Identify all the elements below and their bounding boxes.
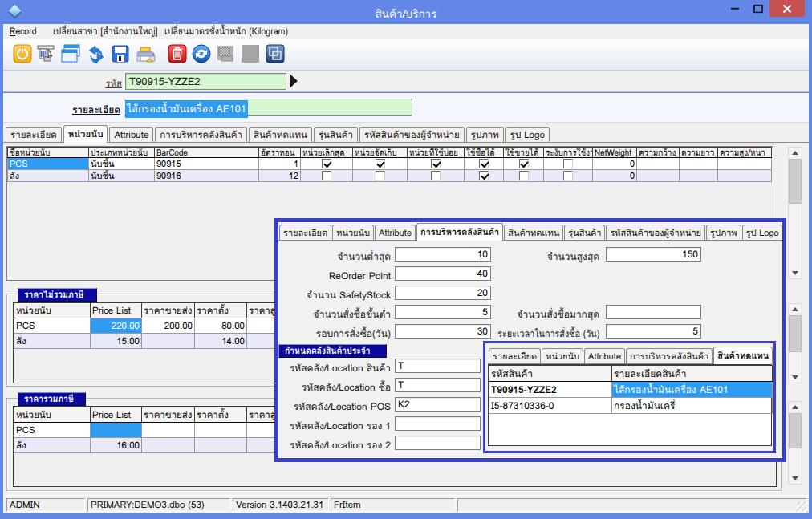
units-scrollbar[interactable] [788, 147, 802, 279]
units-check-cell [301, 170, 353, 182]
loc-sub1-input[interactable] [395, 416, 481, 431]
scroll-thumb[interactable] [789, 413, 802, 448]
layers-icon [266, 44, 285, 63]
scroll-up-icon[interactable] [789, 148, 802, 158]
toolbar-sync-icon[interactable] [85, 43, 106, 65]
price-ex-vat-row-2[interactable]: ลัง15.0014.00 [14, 334, 299, 349]
main-tab-8[interactable]: รูปภาพ [466, 127, 504, 143]
units-check-cell [353, 170, 408, 182]
price-ex-vat-row-1[interactable]: PCS220.00200.0080.00 [14, 318, 299, 334]
maximize-button[interactable] [746, 0, 769, 17]
loc-item-input[interactable]: T [395, 359, 481, 373]
scroll-thumb[interactable] [789, 315, 802, 352]
lead-time-input[interactable]: 5 [606, 324, 701, 339]
toolbar-layers-icon[interactable] [265, 43, 286, 65]
field-label: จำนวนสูงสุด [503, 249, 599, 264]
overlay-tab-3[interactable]: Attribute [375, 225, 416, 241]
main-tab-5[interactable]: สินค้าทดแทน [249, 127, 312, 143]
price-ex-vat-col: ราคาขายส่ง [142, 303, 195, 318]
toolbar-save-icon[interactable] [110, 43, 131, 65]
price-ex-vat-header-row: หน่วยนับPrice Listราคาขายส่งราคาตั้งราคา… [14, 303, 299, 318]
delete-icon [168, 44, 187, 63]
menu-item-3[interactable]: เปลี่ยนมาตรชั่งน้ำหนัก (Kilogram) [164, 25, 288, 39]
price-inc-vat-col: ราคาตั้ง [195, 407, 247, 423]
app-window: สินค้า/บริการ Recordเปลี่ยนสาขา [สำนักงา… [0, 0, 812, 519]
price-inc-scrollbar[interactable] [788, 401, 802, 485]
main-tab-7[interactable]: รหัสสินค้าของผู้จำหน่าย [359, 127, 465, 143]
substitute-row-1[interactable]: T90915-YZZE2ไส้กรองน้ำมันเครื่อง AE101 [489, 382, 773, 398]
min-order-qty-input[interactable]: 5 [395, 305, 491, 319]
field-label: ระยะเวลาในการสั่งซื้อ (วัน) [471, 326, 599, 341]
scroll-down-icon[interactable] [789, 268, 802, 278]
loc-pos-input[interactable]: K2 [395, 397, 481, 412]
toolbar-barcode-icon[interactable] [36, 43, 57, 65]
min-qty-input[interactable]: 10 [395, 247, 491, 262]
scroll-down-icon[interactable] [789, 372, 802, 383]
price-inc-vat-badge: ราคารวมภาษี [18, 392, 86, 406]
toolbar-delete-icon[interactable] [167, 43, 188, 65]
scroll-up-icon[interactable] [789, 402, 802, 412]
nested-tab-2[interactable]: หน่วยนับ [542, 348, 583, 364]
scroll-down-icon[interactable] [789, 473, 802, 484]
units-check-cell [301, 158, 353, 170]
price-inc-vat-row-2[interactable]: ลัง16.00 [14, 438, 299, 453]
status-panel-2: PRIMARY:DEMO3.dbo (53) [87, 498, 230, 512]
unchecked-checkbox-icon [563, 171, 573, 180]
next-record-arrow-icon[interactable] [290, 74, 298, 88]
toolbar-exit-icon[interactable] [12, 43, 33, 65]
toolbar-new-window-icon[interactable] [60, 43, 81, 65]
max-qty-input[interactable]: 150 [606, 247, 701, 262]
units-cell: 0 [593, 158, 637, 170]
price-inc-vat-col: Price List [91, 407, 142, 423]
field-label: จำนวนสั่งซื้อขั้นต่ำ [286, 306, 391, 322]
units-row-1[interactable]: PCSนับชิ้น9091510 [8, 158, 772, 170]
price-inc-vat-header-row: หน่วยนับPrice Listราคาขายส่งราคาตั้งราคา… [14, 407, 299, 423]
overlay-tab-7[interactable]: รหัสสินค้าของผู้จำหน่าย [606, 225, 705, 241]
scroll-up-icon[interactable] [789, 304, 802, 314]
max-order-qty-input[interactable] [606, 305, 701, 319]
main-tab-6[interactable]: รุ่นสินค้า [314, 127, 358, 143]
substitute-row-2[interactable]: I5-87310336-0กรองน้ำมันเครี่ [489, 398, 773, 414]
nested-tab-5[interactable]: สินค้าทดแทน [713, 347, 773, 364]
menu-item-2[interactable]: เปลี่ยนสาขา [สำนักงานใหญ่] [53, 25, 158, 39]
overlay-tab-9[interactable]: รูป Logo [742, 225, 782, 241]
units-col-9: ใช้ขายได้ [504, 148, 544, 158]
units-row-2[interactable]: ลังนับชิ้น90916120 [8, 170, 772, 182]
code-row: รหัส T90915-YZZE2 [3, 71, 809, 92]
nested-tab-3[interactable]: Attribute [584, 348, 625, 364]
units-col-label: หน่วยจัดเก็บ [355, 148, 397, 157]
loc-buy-input[interactable]: T [395, 378, 481, 392]
detail-row: รายละเอียด ไส้กรองน้ำมันเครื่อง AE101 [3, 93, 809, 123]
main-tab-1[interactable]: รายละเอียด [6, 127, 62, 143]
overlay-tab-2[interactable]: หน่วยนับ [332, 225, 374, 241]
main-tab-3[interactable]: Attribute [109, 127, 153, 143]
units-col-label: หน่วยที่ใช้บ่อย [409, 148, 458, 157]
toolbar-refresh-icon[interactable] [191, 43, 212, 65]
scroll-thumb[interactable] [789, 159, 802, 204]
minimize-button[interactable] [723, 0, 746, 17]
price-ex-scrollbar[interactable] [788, 303, 802, 383]
loc-sub2-input[interactable] [395, 436, 481, 450]
warehouse-badge: กำหนดคลังสินค้าประจำ [278, 344, 387, 358]
overlay-tab-8[interactable]: รูปภาพ [706, 225, 741, 241]
toolbar-print-icon[interactable] [135, 43, 156, 65]
overlay-tab-6[interactable]: รุ่นสินค้า [564, 225, 605, 241]
price-inc-vat-row-1[interactable]: PCS [14, 423, 299, 438]
main-tab-9[interactable]: รูป Logo [505, 127, 550, 143]
reorder-point-input[interactable]: 40 [395, 266, 491, 281]
main-tab-4[interactable]: การบริหารคลังสินค้า [155, 127, 247, 143]
code-input[interactable]: T90915-YZZE2 [125, 73, 286, 90]
main-tab-2[interactable]: หน่วยนับ [63, 125, 108, 143]
nested-tab-1[interactable]: รายละเอียด [489, 348, 541, 364]
overlay-tab-4[interactable]: การบริหารคลังสินค้า [416, 223, 503, 241]
overlay-tab-5[interactable]: สินค้าทดแทน [504, 225, 563, 241]
safety-stock-input[interactable]: 20 [395, 286, 491, 300]
units-check-cell [353, 158, 408, 170]
checked-checkbox-icon [376, 159, 385, 168]
nested-tab-4[interactable]: การบริหารคลังสินค้า [626, 348, 713, 364]
price-inc-vat-col: หน่วยนับ [14, 407, 91, 423]
detail-input[interactable]: ไส้กรองน้ำมันเครื่อง AE101 [124, 99, 412, 116]
overlay-tab-1[interactable]: รายละเอียด [279, 225, 331, 241]
menu-item-1[interactable]: Record [10, 25, 37, 39]
close-button[interactable] [769, 0, 805, 17]
